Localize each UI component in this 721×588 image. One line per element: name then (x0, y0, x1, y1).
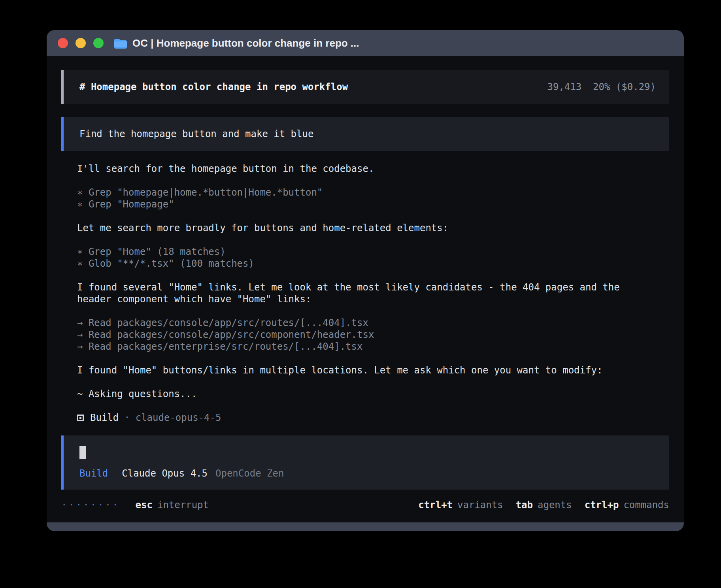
hint-label: agents (538, 499, 572, 511)
provider-label: OpenCode Zen (215, 467, 284, 479)
prompt-input[interactable]: Build Claude Opus 4.5 OpenCode Zen (61, 435, 669, 490)
assistant-transcript: I'll search for the homepage button in t… (77, 163, 642, 400)
assistant-text: Let me search more broadly for buttons a… (77, 222, 642, 234)
agent-name: Build (90, 412, 119, 424)
tool-call-group: ∗ Grep "Home" (18 matches) ∗ Glob "**/*.… (77, 246, 642, 270)
hint-interrupt: esc interrupt (136, 499, 209, 511)
assistant-text: I found several "Home" links. Let me loo… (77, 281, 642, 305)
hint-key: ctrl+p (585, 499, 619, 511)
hint-label: variants (457, 499, 503, 511)
input-status-row: Build Claude Opus 4.5 OpenCode Zen (79, 467, 653, 479)
agent-status: Build · claude-opus-4-5 (77, 412, 669, 424)
folder-icon-shape (114, 38, 127, 49)
status-bar: ········ esc interrupt ctrl+t variants t… (61, 499, 669, 511)
tool-call-group: ∗ Grep "homepage|home.*button|Home.*butt… (77, 187, 642, 210)
user-message: Find the homepage button and make it blu… (61, 117, 669, 151)
assistant-text: I found "Home" buttons/links in multiple… (77, 364, 642, 376)
hint-label: commands (623, 499, 669, 511)
session-stats: 39,413 20% ($0.29) (547, 81, 656, 92)
session-title: # Homepage button color change in repo w… (79, 81, 348, 92)
text-cursor (79, 446, 86, 459)
tool-call-line: → Read packages/enterprise/src/routes/[.… (77, 341, 642, 352)
terminal-window: OC | Homepage button color change in rep… (47, 30, 684, 531)
window-titlebar[interactable]: OC | Homepage button color change in rep… (47, 30, 684, 56)
window-controls (58, 38, 104, 48)
hint-key: tab (516, 499, 533, 511)
assistant-text: I'll search for the homepage button in t… (77, 163, 642, 175)
model-label: Claude Opus 4.5 (122, 467, 208, 479)
tool-call-line: ∗ Glob "**/*.tsx" (100 matches) (77, 258, 642, 270)
mode-label: Build (79, 467, 108, 479)
hint-variants: ctrl+t variants (418, 499, 503, 511)
tool-call-line: → Read packages/console/app/src/componen… (77, 329, 642, 341)
agent-separator: · (124, 412, 130, 424)
hint-agents: tab agents (516, 499, 572, 511)
window-title: OC | Homepage button color change in rep… (132, 37, 359, 49)
tool-call-line: ∗ Grep "Home" (18 matches) (77, 246, 642, 258)
hint-key: ctrl+t (418, 499, 453, 511)
tool-call-line: ∗ Grep "homepage|home.*button|Home.*butt… (77, 187, 642, 198)
terminal-content: # Homepage button color change in repo w… (47, 56, 684, 522)
status-bar-left: ········ esc interrupt (61, 499, 209, 511)
zoom-button[interactable] (93, 38, 104, 48)
user-message-text: Find the homepage button and make it blu… (79, 128, 313, 139)
assistant-status-text: ~ Asking questions... (77, 388, 642, 400)
tool-call-line: → Read packages/console/app/src/routes/[… (77, 317, 642, 329)
hint-label: interrupt (157, 499, 209, 511)
minimize-button[interactable] (75, 38, 86, 48)
folder-icon (114, 38, 127, 49)
tool-call-line: ∗ Grep "Homepage" (77, 198, 642, 210)
spinner-dots: ········ (61, 499, 120, 511)
session-header: # Homepage button color change in repo w… (61, 70, 669, 104)
hint-key: esc (136, 499, 153, 511)
hint-commands: ctrl+p commands (585, 499, 669, 511)
status-bar-right: ctrl+t variants tab agents ctrl+p comman… (406, 499, 669, 511)
agent-model: claude-opus-4-5 (136, 412, 221, 424)
close-button[interactable] (58, 38, 68, 48)
build-agent-icon (77, 415, 84, 421)
tool-call-group: → Read packages/console/app/src/routes/[… (77, 317, 642, 352)
